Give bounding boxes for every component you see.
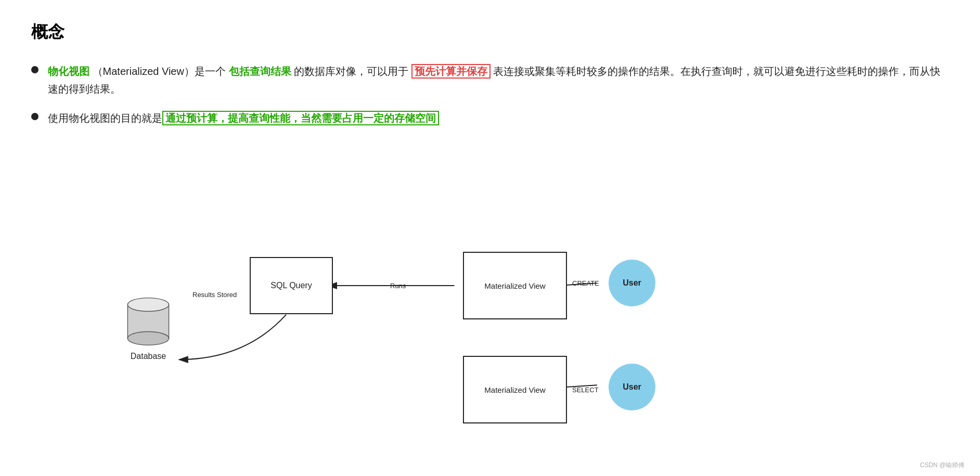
bullet-item-2: 使用物化视图的目的就是通过预计算，提高查询性能，当然需要占用一定的存储空间 [31, 109, 949, 127]
mv-box-top: Materialized View [463, 252, 567, 319]
mv-box-bottom: Materialized View [463, 356, 567, 423]
text-materialized-view: 物化视图 [48, 66, 89, 77]
select-label: SELECT [572, 386, 599, 394]
footer-text: CSDN @喻师傅 [920, 461, 964, 470]
bullet-item-1: 物化视图 （Materialized View）是一个 包括查询结果 的数据库对… [31, 62, 949, 98]
text-includes-results: 包括查询结果 [229, 66, 291, 77]
runs-label: Runs [390, 282, 406, 290]
create-label: CREATE [572, 279, 599, 287]
bullet-text-2: 使用物化视图的目的就是通过预计算，提高查询性能，当然需要占用一定的存储空间 [48, 109, 439, 127]
database-svg [114, 293, 182, 350]
text-precompute: 预先计算并保存 [411, 64, 491, 79]
bullet-text-1: 物化视图 （Materialized View）是一个 包括查询结果 的数据库对… [48, 62, 949, 98]
bullet-dot-1 [31, 66, 38, 73]
database-label: Database [131, 352, 166, 361]
results-stored-label: Results Stored [192, 291, 237, 299]
bullet-dot-2 [31, 113, 38, 120]
text-purpose-intro: 使用物化视图的目的就是 [48, 112, 162, 124]
bullet-list: 物化视图 （Materialized View）是一个 包括查询结果 的数据库对… [31, 62, 949, 127]
text-mid1: 的数据库对像，可以用于 [294, 66, 408, 77]
sql-query-box: SQL Query [250, 257, 333, 314]
text-intro: （Materialized View）是一个 [93, 66, 226, 77]
text-purpose-detail: 通过预计算，提高查询性能，当然需要占用一定的存储空间 [162, 111, 439, 125]
user-circle-top: User [609, 260, 655, 306]
svg-point-5 [127, 298, 169, 312]
page-title: 概念 [31, 21, 949, 44]
svg-point-6 [127, 331, 169, 345]
diagram-area: Results Stored Database SQL Query Runs M… [31, 153, 949, 423]
user-circle-bottom: User [609, 364, 655, 410]
database-cylinder: Database [114, 293, 182, 361]
